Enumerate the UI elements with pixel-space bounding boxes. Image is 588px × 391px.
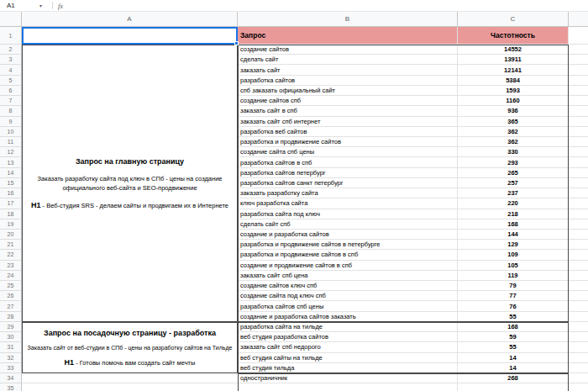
cell-d[interactable] [569,188,588,198]
cell-query[interactable]: разработка веб сайтов [238,127,458,137]
cell-query[interactable]: разработка и продвижение сайтов [238,137,458,147]
row-number[interactable]: 26 [0,291,22,301]
cell-query[interactable]: разработка сайтов в спб [238,157,458,167]
cell-d[interactable] [569,219,588,230]
row-number[interactable]: 8 [0,106,22,116]
row-number[interactable]: 30 [0,332,22,342]
cell-frequency[interactable]: 129 [458,240,569,250]
column-header-c[interactable]: C [458,12,569,27]
row-number[interactable]: 14 [0,168,22,178]
row-number[interactable]: 4 [0,65,22,75]
merged-cell-main-page-note[interactable]: Запрос на главную страницу Заказать разр… [22,45,238,322]
row-number[interactable]: 32 [0,353,22,363]
cell-d[interactable] [569,342,588,352]
cell-d[interactable] [569,291,588,301]
cell-query[interactable]: заказать сайт в спб [238,106,458,116]
cell-frequency[interactable]: 362 [458,127,569,137]
cell-query[interactable]: создание и продвижение сайтов в спб [238,261,458,271]
cell-frequency[interactable]: 76 [458,301,569,311]
cell-query[interactable]: разработка сайта на тильде [238,322,458,332]
cell-query[interactable]: спб заказать официальный сайт [238,86,458,96]
cell-query[interactable]: веб студия сайты на тильде [238,353,458,363]
cell-query[interactable]: создание сайтов [238,45,458,55]
cell-query[interactable]: веб студия тильда [238,363,458,373]
cell-frequency[interactable]: 237 [458,188,569,198]
cell-frequency[interactable]: 5384 [458,76,569,86]
row-number[interactable]: 29 [0,322,22,332]
row-number[interactable]: 28 [0,312,22,322]
row-number[interactable]: 11 [0,137,22,147]
cell-query[interactable]: разработка и продвижение сайтов в спб [238,250,458,260]
cell-query[interactable]: разработка сайтов петербург [238,168,458,178]
cell-frequency[interactable]: 330 [458,147,569,157]
cell-frequency[interactable] [458,383,569,391]
cell-frequency[interactable]: 77 [458,291,569,301]
cell-d[interactable] [569,332,588,342]
cell-frequency[interactable]: 362 [458,137,569,147]
cell-query[interactable]: заказать сайт [238,65,458,75]
row-number[interactable]: 9 [0,117,22,127]
cell-query[interactable]: создание сайта спб цены [238,147,458,157]
cell-d[interactable] [569,65,588,75]
cell-frequency[interactable]: 218 [458,209,569,219]
cell-frequency[interactable]: 257 [458,178,569,188]
cell-frequency[interactable]: 220 [458,198,569,209]
fill-handle[interactable] [234,41,239,45]
cell-frequency[interactable]: 293 [458,157,569,167]
cell-query[interactable]: веб студия разработка сайтов [238,332,458,342]
cell-frequency[interactable]: 55 [458,342,569,352]
row-number[interactable]: 7 [0,96,22,106]
merged-cell-landing-page-note[interactable]: Запрос на посадочную страницу - разработ… [22,322,238,373]
cell-frequency[interactable]: 14 [458,363,569,373]
cell-query[interactable]: создание сайтов ключ спб [238,281,458,291]
cell-query[interactable]: создание и разработка сайтов [238,230,458,240]
row-number[interactable]: 17 [0,198,22,209]
cell-frequency[interactable]: 105 [458,261,569,271]
cell-d[interactable] [569,76,588,86]
cell-d[interactable] [569,198,588,209]
cell-d[interactable] [569,147,588,157]
cell-frequency[interactable]: 268 [458,373,569,383]
cell-query[interactable]: заказать сайт спб цена [238,271,458,281]
row-number[interactable]: 31 [0,342,22,352]
cell-d[interactable] [569,230,588,240]
header-cell-frequency[interactable]: Частотность [458,27,569,45]
cell-frequency[interactable]: 119 [458,271,569,281]
cell-d[interactable] [569,96,588,106]
cell-frequency[interactable]: 265 [458,168,569,178]
cell-d[interactable] [569,157,588,167]
cell-a[interactable] [22,383,238,391]
cell-d[interactable] [569,178,588,188]
cell-frequency[interactable]: 365 [458,117,569,127]
cell-d[interactable] [569,271,588,281]
row-number[interactable]: 3 [0,55,22,65]
cell-frequency[interactable]: 13911 [458,55,569,65]
column-header-a[interactable]: A [22,12,238,27]
row-number[interactable]: 34 [0,373,22,383]
cell-d[interactable] [569,127,588,137]
cell-d[interactable] [569,250,588,260]
cell-frequency[interactable]: 144 [458,230,569,240]
row-number[interactable]: 33 [0,363,22,373]
cell-a[interactable] [22,373,238,383]
row-number[interactable]: 15 [0,178,22,188]
cell-d[interactable] [569,106,588,116]
row-number[interactable]: 21 [0,240,22,250]
cell-d[interactable] [569,55,588,65]
cell-frequency[interactable]: 12141 [458,65,569,75]
cell-d[interactable] [569,312,588,322]
cell-frequency[interactable]: 14 [458,353,569,363]
row-number[interactable]: 6 [0,86,22,96]
row-number[interactable]: 1 [0,27,22,45]
cell-frequency[interactable]: 55 [458,312,569,322]
cell-query[interactable]: разработка сайтов спб цены [238,301,458,311]
cell-d[interactable] [569,383,588,391]
cell-d[interactable] [569,137,588,147]
cell-query[interactable]: создание сайтов спб [238,96,458,106]
cell-d[interactable] [569,27,588,45]
cell-frequency[interactable]: 936 [458,106,569,116]
cell-d[interactable] [569,240,588,250]
name-box[interactable]: A1 ▾ [0,0,47,12]
row-number[interactable]: 5 [0,76,22,86]
cell-d[interactable] [569,86,588,96]
